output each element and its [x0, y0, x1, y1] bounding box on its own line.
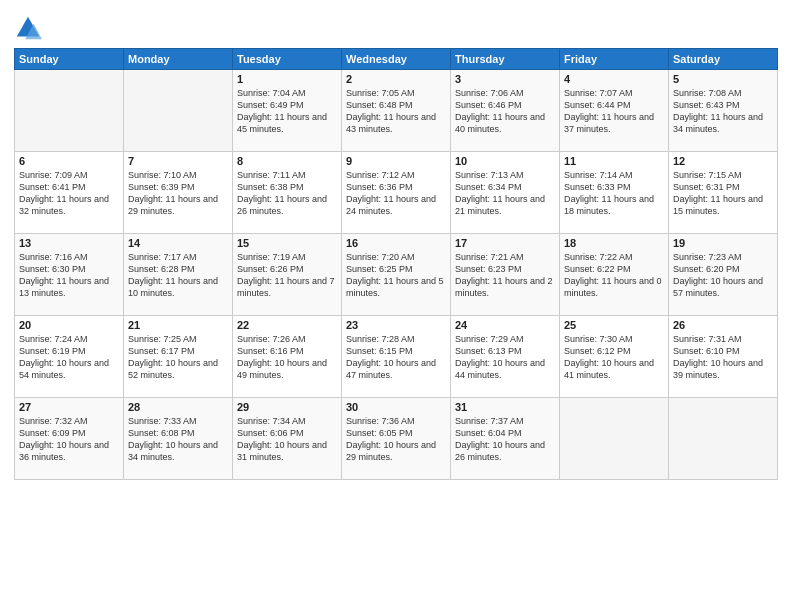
- calendar-cell: 9Sunrise: 7:12 AMSunset: 6:36 PMDaylight…: [342, 152, 451, 234]
- day-number: 13: [19, 237, 119, 249]
- day-info: Sunrise: 7:20 AMSunset: 6:25 PMDaylight:…: [346, 251, 446, 300]
- day-info: Sunrise: 7:32 AMSunset: 6:09 PMDaylight:…: [19, 415, 119, 464]
- day-number: 6: [19, 155, 119, 167]
- day-info: Sunrise: 7:09 AMSunset: 6:41 PMDaylight:…: [19, 169, 119, 218]
- day-info: Sunrise: 7:17 AMSunset: 6:28 PMDaylight:…: [128, 251, 228, 300]
- calendar-cell: 25Sunrise: 7:30 AMSunset: 6:12 PMDayligh…: [560, 316, 669, 398]
- calendar-cell: 24Sunrise: 7:29 AMSunset: 6:13 PMDayligh…: [451, 316, 560, 398]
- day-info: Sunrise: 7:06 AMSunset: 6:46 PMDaylight:…: [455, 87, 555, 136]
- day-number: 12: [673, 155, 773, 167]
- day-number: 25: [564, 319, 664, 331]
- day-header-wednesday: Wednesday: [342, 49, 451, 70]
- logo-icon: [14, 14, 42, 42]
- day-number: 17: [455, 237, 555, 249]
- calendar-cell: 14Sunrise: 7:17 AMSunset: 6:28 PMDayligh…: [124, 234, 233, 316]
- calendar-cell: 27Sunrise: 7:32 AMSunset: 6:09 PMDayligh…: [15, 398, 124, 480]
- day-number: 21: [128, 319, 228, 331]
- day-number: 27: [19, 401, 119, 413]
- day-info: Sunrise: 7:34 AMSunset: 6:06 PMDaylight:…: [237, 415, 337, 464]
- day-info: Sunrise: 7:37 AMSunset: 6:04 PMDaylight:…: [455, 415, 555, 464]
- day-header-monday: Monday: [124, 49, 233, 70]
- calendar-cell: 21Sunrise: 7:25 AMSunset: 6:17 PMDayligh…: [124, 316, 233, 398]
- day-number: 29: [237, 401, 337, 413]
- calendar-table: SundayMondayTuesdayWednesdayThursdayFrid…: [14, 48, 778, 480]
- calendar-week-1: 1Sunrise: 7:04 AMSunset: 6:49 PMDaylight…: [15, 70, 778, 152]
- calendar-cell: 28Sunrise: 7:33 AMSunset: 6:08 PMDayligh…: [124, 398, 233, 480]
- day-header-sunday: Sunday: [15, 49, 124, 70]
- day-header-tuesday: Tuesday: [233, 49, 342, 70]
- day-info: Sunrise: 7:14 AMSunset: 6:33 PMDaylight:…: [564, 169, 664, 218]
- day-number: 5: [673, 73, 773, 85]
- calendar-cell: 31Sunrise: 7:37 AMSunset: 6:04 PMDayligh…: [451, 398, 560, 480]
- calendar-cell: 3Sunrise: 7:06 AMSunset: 6:46 PMDaylight…: [451, 70, 560, 152]
- day-info: Sunrise: 7:24 AMSunset: 6:19 PMDaylight:…: [19, 333, 119, 382]
- calendar-week-4: 20Sunrise: 7:24 AMSunset: 6:19 PMDayligh…: [15, 316, 778, 398]
- day-info: Sunrise: 7:28 AMSunset: 6:15 PMDaylight:…: [346, 333, 446, 382]
- calendar-cell: 20Sunrise: 7:24 AMSunset: 6:19 PMDayligh…: [15, 316, 124, 398]
- header: [14, 10, 778, 42]
- day-info: Sunrise: 7:23 AMSunset: 6:20 PMDaylight:…: [673, 251, 773, 300]
- calendar-cell: [669, 398, 778, 480]
- day-info: Sunrise: 7:21 AMSunset: 6:23 PMDaylight:…: [455, 251, 555, 300]
- day-number: 10: [455, 155, 555, 167]
- day-number: 18: [564, 237, 664, 249]
- calendar-cell: [560, 398, 669, 480]
- calendar-cell: 7Sunrise: 7:10 AMSunset: 6:39 PMDaylight…: [124, 152, 233, 234]
- day-info: Sunrise: 7:15 AMSunset: 6:31 PMDaylight:…: [673, 169, 773, 218]
- day-number: 16: [346, 237, 446, 249]
- day-number: 9: [346, 155, 446, 167]
- calendar-week-2: 6Sunrise: 7:09 AMSunset: 6:41 PMDaylight…: [15, 152, 778, 234]
- day-info: Sunrise: 7:12 AMSunset: 6:36 PMDaylight:…: [346, 169, 446, 218]
- day-number: 23: [346, 319, 446, 331]
- calendar-cell: 2Sunrise: 7:05 AMSunset: 6:48 PMDaylight…: [342, 70, 451, 152]
- calendar-cell: 15Sunrise: 7:19 AMSunset: 6:26 PMDayligh…: [233, 234, 342, 316]
- day-number: 11: [564, 155, 664, 167]
- calendar-cell: 29Sunrise: 7:34 AMSunset: 6:06 PMDayligh…: [233, 398, 342, 480]
- day-number: 2: [346, 73, 446, 85]
- day-header-thursday: Thursday: [451, 49, 560, 70]
- day-number: 31: [455, 401, 555, 413]
- day-info: Sunrise: 7:05 AMSunset: 6:48 PMDaylight:…: [346, 87, 446, 136]
- calendar-cell: 1Sunrise: 7:04 AMSunset: 6:49 PMDaylight…: [233, 70, 342, 152]
- day-info: Sunrise: 7:16 AMSunset: 6:30 PMDaylight:…: [19, 251, 119, 300]
- day-number: 1: [237, 73, 337, 85]
- day-number: 15: [237, 237, 337, 249]
- calendar-week-3: 13Sunrise: 7:16 AMSunset: 6:30 PMDayligh…: [15, 234, 778, 316]
- calendar-cell: 18Sunrise: 7:22 AMSunset: 6:22 PMDayligh…: [560, 234, 669, 316]
- day-info: Sunrise: 7:13 AMSunset: 6:34 PMDaylight:…: [455, 169, 555, 218]
- day-info: Sunrise: 7:22 AMSunset: 6:22 PMDaylight:…: [564, 251, 664, 300]
- calendar-cell: [15, 70, 124, 152]
- calendar-cell: 13Sunrise: 7:16 AMSunset: 6:30 PMDayligh…: [15, 234, 124, 316]
- calendar-cell: 8Sunrise: 7:11 AMSunset: 6:38 PMDaylight…: [233, 152, 342, 234]
- day-number: 30: [346, 401, 446, 413]
- calendar-cell: 5Sunrise: 7:08 AMSunset: 6:43 PMDaylight…: [669, 70, 778, 152]
- calendar-week-5: 27Sunrise: 7:32 AMSunset: 6:09 PMDayligh…: [15, 398, 778, 480]
- calendar-cell: 12Sunrise: 7:15 AMSunset: 6:31 PMDayligh…: [669, 152, 778, 234]
- day-number: 8: [237, 155, 337, 167]
- day-info: Sunrise: 7:19 AMSunset: 6:26 PMDaylight:…: [237, 251, 337, 300]
- calendar-cell: 17Sunrise: 7:21 AMSunset: 6:23 PMDayligh…: [451, 234, 560, 316]
- day-number: 20: [19, 319, 119, 331]
- day-number: 14: [128, 237, 228, 249]
- day-info: Sunrise: 7:30 AMSunset: 6:12 PMDaylight:…: [564, 333, 664, 382]
- day-info: Sunrise: 7:07 AMSunset: 6:44 PMDaylight:…: [564, 87, 664, 136]
- day-header-saturday: Saturday: [669, 49, 778, 70]
- calendar-cell: 6Sunrise: 7:09 AMSunset: 6:41 PMDaylight…: [15, 152, 124, 234]
- day-header-friday: Friday: [560, 49, 669, 70]
- calendar-cell: 22Sunrise: 7:26 AMSunset: 6:16 PMDayligh…: [233, 316, 342, 398]
- day-info: Sunrise: 7:08 AMSunset: 6:43 PMDaylight:…: [673, 87, 773, 136]
- day-number: 28: [128, 401, 228, 413]
- day-number: 24: [455, 319, 555, 331]
- day-info: Sunrise: 7:29 AMSunset: 6:13 PMDaylight:…: [455, 333, 555, 382]
- day-number: 7: [128, 155, 228, 167]
- calendar-cell: 4Sunrise: 7:07 AMSunset: 6:44 PMDaylight…: [560, 70, 669, 152]
- day-number: 26: [673, 319, 773, 331]
- day-info: Sunrise: 7:25 AMSunset: 6:17 PMDaylight:…: [128, 333, 228, 382]
- day-info: Sunrise: 7:26 AMSunset: 6:16 PMDaylight:…: [237, 333, 337, 382]
- calendar-cell: 23Sunrise: 7:28 AMSunset: 6:15 PMDayligh…: [342, 316, 451, 398]
- calendar-cell: 10Sunrise: 7:13 AMSunset: 6:34 PMDayligh…: [451, 152, 560, 234]
- day-info: Sunrise: 7:33 AMSunset: 6:08 PMDaylight:…: [128, 415, 228, 464]
- calendar-cell: [124, 70, 233, 152]
- day-info: Sunrise: 7:04 AMSunset: 6:49 PMDaylight:…: [237, 87, 337, 136]
- day-info: Sunrise: 7:11 AMSunset: 6:38 PMDaylight:…: [237, 169, 337, 218]
